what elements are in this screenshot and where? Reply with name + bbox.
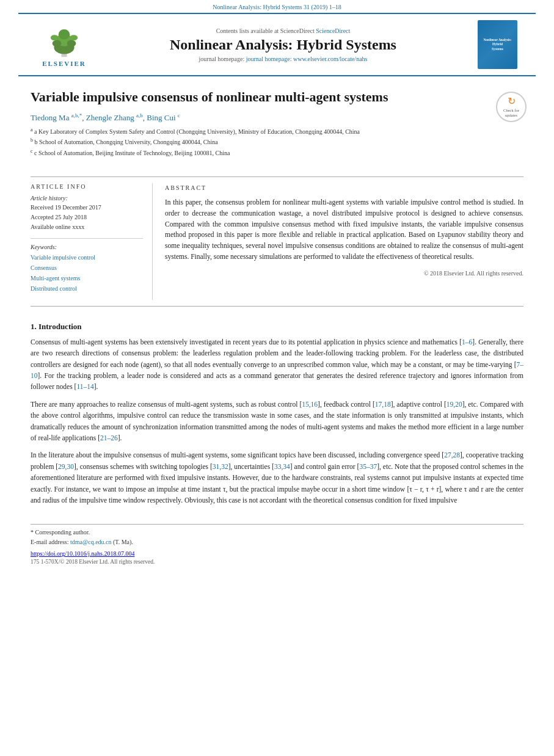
ref-7-10[interactable]: 7–10 (31, 361, 523, 379)
abstract-text: In this paper, the consensus problem for… (165, 197, 523, 263)
svg-point-4 (53, 40, 62, 47)
divider (31, 176, 523, 177)
keyword-1: Consensus (31, 263, 143, 273)
journal-citation: Nonlinear Analysis: Hybrid Systems 31 (2… (213, 4, 341, 10)
email-link[interactable]: tdma@cq.edu.cn (70, 539, 112, 545)
ref-17-18[interactable]: 17,18 (375, 401, 391, 408)
keyword-2: Multi-agent systems (31, 273, 143, 283)
compared-text: Compared (165, 220, 194, 228)
intro-para-2: There are many approaches to realize con… (31, 399, 523, 444)
divider-2 (31, 306, 523, 307)
accepted-date: Accepted 25 July 2018 (31, 214, 87, 220)
article-section: ↻ Check for updates Variable impulsive c… (0, 76, 554, 170)
introduction-section: 1. Introduction Consensus of multi-agent… (0, 313, 554, 518)
journal-bar: Nonlinear Analysis: Hybrid Systems 31 (2… (0, 0, 554, 13)
sciencedirect-link[interactable]: ScienceDirect (316, 27, 350, 34)
svg-point-3 (59, 29, 70, 40)
keywords-section: Keywords: Variable impulsive control Con… (31, 244, 143, 294)
article-info-heading: ARTICLE INFO (31, 183, 143, 190)
history-label: Article history: (31, 195, 143, 202)
intro-para-1: Consensus of multi-agent systems has bee… (31, 336, 523, 393)
ref-21-26[interactable]: 21–26 (100, 434, 118, 442)
svg-point-6 (51, 35, 59, 40)
authors: Tiedong Ma a,b,*, Zhengle Zhang a,b, Bin… (31, 112, 523, 123)
ref-33-34[interactable]: 33,34 (274, 463, 290, 470)
available-date: Available online xxxx (31, 224, 84, 230)
keyword-3: Distributed control (31, 283, 143, 294)
footnote-area: * Corresponding author. E-mail address: … (31, 524, 523, 565)
homepage-line: journal homepage: journal homepage: www.… (92, 56, 475, 62)
copyright-bottom: 175 1-570X/© 2018 Elsevier Ltd. All righ… (31, 559, 523, 565)
affiliations: a a Key Laboratory of Complex System Saf… (31, 126, 523, 158)
journal-cover: Nonlinear Analysis:HybridSystems (478, 20, 517, 69)
intro-para-3: In the literature about the impulsive co… (31, 449, 523, 506)
page: Nonlinear Analysis: Hybrid Systems 31 (2… (0, 0, 554, 756)
corresponding-author-label: * Corresponding author. (31, 529, 90, 536)
homepage-link[interactable]: journal homepage: www.elsevier.com/locat… (246, 56, 368, 62)
elsevier-tree-icon (43, 22, 86, 59)
svg-point-5 (67, 40, 76, 47)
footnote-star: * Corresponding author. (31, 528, 523, 537)
history-dates: Received 19 December 2017 Accepted 25 Ju… (31, 203, 143, 232)
article-info-panel: ARTICLE INFO Article history: Received 1… (31, 183, 153, 300)
svg-point-7 (70, 35, 78, 40)
article-title: Variable impulsive consensus of nonlinea… (31, 89, 523, 106)
article-info-abstract: ARTICLE INFO Article history: Received 1… (0, 183, 554, 300)
sciencedirect-line: Contents lists available at ScienceDirec… (92, 27, 475, 34)
abstract-copyright: © 2018 Elsevier Ltd. All rights reserved… (165, 269, 523, 278)
ref-15-16[interactable]: 15,16 (302, 401, 318, 408)
journal-title: Nonlinear Analysis: Hybrid Systems (92, 37, 475, 53)
ref-19-20[interactable]: 19,20 (446, 401, 462, 408)
ref-11-14[interactable]: 11–14 (76, 383, 93, 390)
check-updates-label: Check for updates (503, 108, 519, 117)
ref-31-32[interactable]: 31,32 (213, 463, 228, 470)
intro-heading: 1. Introduction (31, 322, 523, 332)
abstract-heading: ABSTRACT (165, 183, 523, 192)
ref-1-6[interactable]: 1–6 (462, 338, 472, 346)
check-updates-badge: ↻ Check for updates (496, 92, 527, 122)
journal-thumbnail: Nonlinear Analysis:HybridSystems (475, 20, 517, 69)
ref-35-37[interactable]: 35–37 (359, 463, 377, 470)
footnote-email: E-mail address: tdma@cq.edu.cn (T. Ma). (31, 537, 523, 547)
journal-header: ELSEVIER Contents lists available at Sci… (18, 13, 536, 76)
keywords-label: Keywords: (31, 244, 143, 250)
doi-link[interactable]: https://doi.org/10.1016/j.nahs.2018.07.0… (31, 550, 134, 557)
received-date: Received 19 December 2017 (31, 204, 101, 211)
ref-27-28[interactable]: 27,28 (444, 451, 460, 459)
journal-center: Contents lists available at ScienceDirec… (92, 27, 475, 62)
keyword-0: Variable impulsive control (31, 252, 143, 263)
doi-line: https://doi.org/10.1016/j.nahs.2018.07.0… (31, 550, 523, 557)
elsevier-brand: ELSEVIER (42, 60, 86, 67)
elsevier-logo: ELSEVIER (37, 22, 92, 67)
cover-title: Nonlinear Analysis:HybridSystems (483, 38, 511, 51)
history-section: Article history: Received 19 December 20… (31, 195, 143, 232)
ref-29-30[interactable]: 29,30 (58, 463, 74, 470)
abstract-panel: ABSTRACT In this paper, the consensus pr… (165, 183, 523, 300)
